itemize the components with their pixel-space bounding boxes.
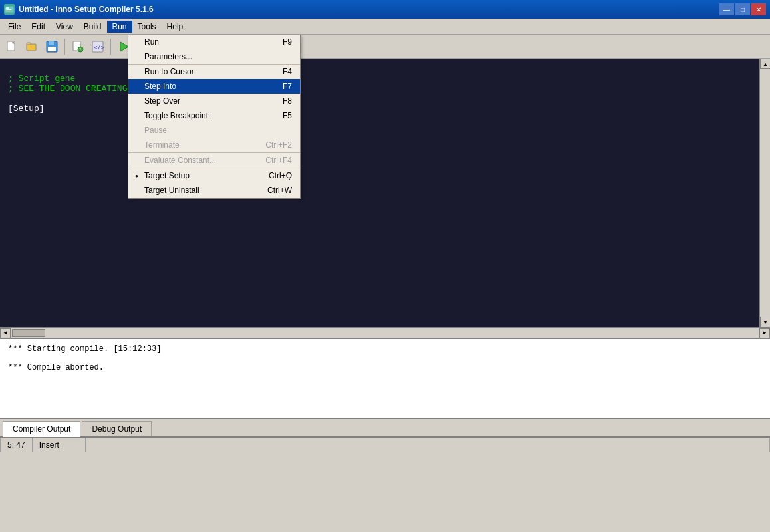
menu-run-parameters[interactable]: Parameters... — [128, 49, 300, 64]
title-bar-left: Untitled - Inno Setup Compiler 5.1.6 — [4, 4, 154, 15]
scroll-down-button[interactable]: ▼ — [760, 317, 770, 327]
status-bar: 5: 47 Insert — [0, 436, 770, 452]
svg-text:↻: ↻ — [79, 47, 83, 52]
menu-terminate: Terminate Ctrl+F2 — [128, 138, 300, 152]
tab-debug-output[interactable]: Debug Output — [82, 421, 152, 436]
toolbar-open[interactable] — [23, 37, 41, 56]
scroll-left-button[interactable]: ◄ — [0, 328, 11, 338]
title-bar: Untitled - Inno Setup Compiler 5.1.6 — □… — [0, 0, 770, 19]
editor-scrollbar-horizontal[interactable]: ◄ ► — [0, 327, 770, 338]
h-scroll-thumb[interactable] — [12, 329, 45, 337]
menu-bar: File Edit View Build Run Tools Help Run … — [0, 19, 770, 35]
toolbar: ↻ </> ! — [0, 35, 770, 59]
menu-step-into[interactable]: Step Into F7 — [128, 79, 300, 94]
editor-area: ; Script gene Script Wizard. ; SEE THE D… — [0, 59, 770, 338]
menu-help[interactable]: Help — [162, 21, 189, 33]
menu-target-setup[interactable]: ● Target Setup Ctrl+Q — [128, 168, 300, 183]
menu-run-to-cursor[interactable]: Run to Cursor F4 — [128, 65, 300, 79]
svg-rect-1 — [6, 7, 9, 9]
svg-text:</>: </> — [94, 44, 104, 51]
menu-pause: Pause — [128, 123, 300, 138]
h-scroll-track[interactable] — [11, 328, 759, 338]
toolbar-save[interactable] — [43, 37, 61, 56]
bullet-icon: ● — [135, 173, 138, 179]
scroll-up-button[interactable]: ▲ — [760, 59, 770, 69]
window-title: Untitled - Inno Setup Compiler 5.1.6 — [19, 5, 154, 14]
toolbar-refresh[interactable]: ↻ — [68, 37, 87, 56]
close-button[interactable]: ✕ — [751, 3, 766, 15]
toolbar-new[interactable] — [3, 37, 21, 56]
output-line-1: *** Starting compile. [15:12:33] — [8, 344, 762, 354]
menu-file[interactable]: File — [3, 21, 26, 33]
status-extra — [86, 438, 770, 452]
svg-rect-9 — [49, 41, 54, 45]
menu-evaluate-constant: Evaluate Constant... Ctrl+F4 — [128, 153, 300, 168]
status-position: 5: 47 — [0, 438, 33, 452]
output-line-3: *** Compile aborted. — [8, 363, 762, 372]
menu-view[interactable]: View — [51, 21, 78, 33]
menu-build[interactable]: Build — [78, 21, 107, 33]
run-dropdown-menu: Run F9 Parameters... Run to Cursor F4 St… — [128, 35, 301, 199]
menu-edit[interactable]: Edit — [26, 21, 51, 33]
toolbar-sep-2 — [110, 39, 111, 55]
app-icon — [4, 4, 15, 15]
menu-toggle-breakpoint[interactable]: Toggle Breakpoint F5 — [128, 108, 300, 123]
editor-scrollbar-vertical[interactable]: ▲ ▼ — [759, 59, 770, 327]
dropdown-section-2: Run to Cursor F4 Step Into F7 Step Over … — [128, 65, 300, 153]
tabs-bar: Compiler Output Debug Output — [0, 418, 770, 436]
output-container: *** Starting compile. [15:12:33] *** Com… — [0, 338, 770, 418]
svg-rect-7 — [27, 43, 31, 45]
menu-tools[interactable]: Tools — [132, 21, 162, 33]
editor-content[interactable]: ; Script gene Script Wizard. ; SEE THE D… — [0, 59, 759, 327]
dropdown-section-4: ● Target Setup Ctrl+Q Target Uninstall C… — [128, 168, 300, 198]
svg-rect-3 — [6, 11, 10, 11]
dropdown-section-1: Run F9 Parameters... — [128, 35, 300, 65]
dropdown-section-3: Evaluate Constant... Ctrl+F4 — [128, 153, 300, 168]
menu-run[interactable]: Run — [107, 21, 132, 33]
menu-step-over[interactable]: Step Over F8 — [128, 94, 300, 108]
toolbar-btn-5[interactable]: </> — [88, 37, 107, 56]
window-controls: — □ ✕ — [719, 3, 766, 15]
status-mode: Insert — [33, 438, 86, 452]
menu-target-uninstall[interactable]: Target Uninstall Ctrl+W — [128, 183, 300, 198]
scroll-track-vertical[interactable] — [760, 69, 770, 317]
output-line-2 — [8, 354, 762, 363]
svg-rect-10 — [48, 47, 56, 51]
output-content: *** Starting compile. [15:12:33] *** Com… — [0, 339, 770, 418]
menu-run-run[interactable]: Run F9 — [128, 35, 300, 49]
toolbar-sep-1 — [64, 39, 65, 55]
scroll-right-button[interactable]: ► — [759, 328, 770, 338]
maximize-button[interactable]: □ — [735, 3, 750, 15]
svg-rect-2 — [6, 9, 11, 10]
minimize-button[interactable]: — — [719, 3, 734, 15]
tab-compiler-output[interactable]: Compiler Output — [3, 421, 80, 437]
